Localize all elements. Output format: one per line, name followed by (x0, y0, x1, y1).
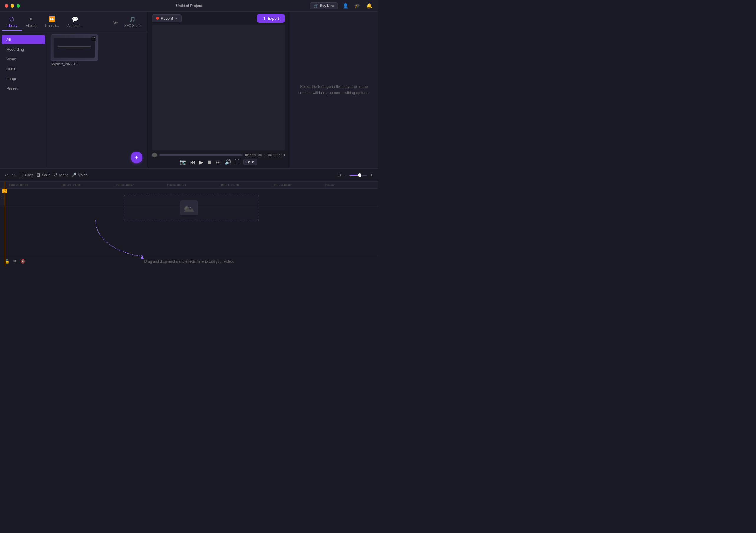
account-icon[interactable]: 👤 (341, 2, 350, 10)
record-dropdown-icon: ▼ (175, 17, 178, 20)
minimize-button[interactable] (11, 4, 14, 8)
player-canvas (152, 25, 285, 150)
progress-bar[interactable] (159, 154, 243, 156)
zoom-in-button[interactable]: ＋ (369, 173, 373, 178)
tab-transitions[interactable]: ⏩ Transiti... (40, 14, 63, 31)
lock-icon: 🔒 (5, 259, 10, 264)
zoom-in-icon: ＋ (369, 173, 373, 178)
tab-library[interactable]: ⬡ Library (2, 14, 21, 31)
fit-timeline-icon: ⊡ (338, 173, 341, 177)
speaker-icon: 🔇 (20, 259, 25, 264)
ruler-mark-3: 00:01:00:00 (168, 184, 220, 187)
add-media-button[interactable]: + (131, 151, 143, 163)
ruler-marks: 00:00:00:00 00:00:20:00 00:00:40:00 00:0… (5, 184, 378, 187)
voice-button[interactable]: 🎤 Voice (71, 173, 88, 178)
zoom-out-button[interactable]: － (343, 173, 347, 178)
ruler-mark-0: 00:00:00:00 (10, 184, 62, 187)
svg-point-1 (190, 207, 191, 208)
record-label: Record (161, 16, 173, 21)
drop-zone[interactable] (123, 195, 259, 221)
lock-button[interactable]: 🔒 (5, 259, 10, 264)
expand-icon: ⛶ (92, 36, 96, 41)
window-title: Untitled Project (176, 4, 202, 8)
split-label: Split (42, 173, 49, 177)
ruler-mark-5: 00:01:40:00 (273, 184, 326, 187)
visibility-button[interactable]: 👁 (13, 259, 17, 264)
mark-button[interactable]: ⛉ Mark (53, 173, 68, 177)
volume-button[interactable]: 🔊 (224, 159, 231, 165)
effects-tab-label: Effects (26, 24, 36, 28)
stop-button[interactable]: ⏹ (207, 159, 212, 165)
sidebar-item-audio[interactable]: Audio (2, 64, 45, 73)
close-button[interactable] (5, 4, 8, 8)
library-tab-label: Library (7, 24, 17, 28)
maximize-button[interactable] (16, 4, 20, 8)
export-button[interactable]: ⬆ Export (257, 14, 285, 23)
library-tabs: ⬡ Library ✦ Effects ⏩ Transiti... 💬 Anno… (0, 12, 147, 31)
step-back-button[interactable]: ⏮ (190, 159, 195, 165)
zoom-out-icon: － (343, 173, 347, 178)
sidebar-item-image[interactable]: Image (2, 74, 45, 83)
more-tabs-button[interactable]: ≫ (111, 18, 120, 27)
track-row: 01 (0, 189, 378, 206)
split-button[interactable]: ⚄ Split (37, 173, 49, 178)
audio-button[interactable]: 🔇 (20, 259, 25, 264)
effects-icon: ✦ (29, 16, 33, 22)
track-area: ⬡ 01 (0, 189, 378, 267)
fit-timeline-button[interactable]: ⊡ (338, 173, 341, 177)
progress-thumb[interactable] (152, 153, 157, 157)
play-button[interactable]: ▶ (199, 159, 203, 166)
properties-panel: Select the footage in the player or in t… (289, 12, 378, 168)
sidebar-item-video[interactable]: Video (2, 55, 45, 64)
sidebar-item-recording[interactable]: Recording (2, 45, 45, 54)
player-progress: 00:00:00 | 00:00:00 (148, 150, 289, 159)
titlebar-actions: 🛒 Buy Now 👤 🎓 🔔 (310, 2, 373, 10)
cart-icon: 🛒 (314, 4, 318, 8)
timeline-toolbar: ↩ ↪ ⬚ Crop ⚄ Split ⛉ Mark 🎤 Voice (0, 169, 378, 182)
split-icon: ⚄ (37, 173, 41, 178)
redo-icon: ↪ (12, 173, 16, 178)
undo-button[interactable]: ↩ (5, 173, 9, 178)
tab-sfx-store[interactable]: 🎵 SFX Store (120, 14, 145, 31)
zoom-slider-thumb (358, 173, 362, 177)
export-icon: ⬆ (263, 16, 266, 21)
transitions-tab-label: Transiti... (44, 24, 59, 28)
titlebar: Untitled Project 🛒 Buy Now 👤 🎓 🔔 (0, 0, 378, 12)
left-panel: ⬡ Library ✦ Effects ⏩ Transiti... 💬 Anno… (0, 12, 148, 168)
sidebar-item-all[interactable]: All (2, 35, 45, 44)
window-controls (5, 4, 20, 8)
current-time: 00:00:00 (245, 153, 262, 157)
record-button[interactable]: Record ▼ (152, 14, 182, 22)
fullscreen-button[interactable]: ⛶ (234, 159, 240, 165)
time-separator: | (264, 153, 265, 157)
top-section: ⬡ Library ✦ Effects ⏩ Transiti... 💬 Anno… (0, 12, 378, 168)
step-forward-button[interactable]: ⏭ (216, 159, 221, 165)
tab-effects[interactable]: ✦ Effects (21, 14, 40, 31)
undo-icon: ↩ (5, 173, 9, 178)
total-time: 00:00:00 (268, 153, 285, 157)
timeline-body: 00:00:00:00 00:00:20:00 00:00:40:00 00:0… (0, 182, 378, 267)
screenshot-button[interactable]: 📷 (180, 159, 186, 165)
graduation-icon[interactable]: 🎓 (353, 2, 362, 10)
timeline-playhead-handle[interactable]: ⬡ (2, 189, 7, 193)
notification-icon[interactable]: 🔔 (365, 2, 373, 10)
buy-now-label: Buy Now (320, 4, 334, 8)
zoom-slider[interactable] (349, 174, 367, 176)
sidebar-item-preset[interactable]: Preset (2, 84, 45, 93)
transitions-icon: ⏩ (49, 16, 55, 22)
buy-now-button[interactable]: 🛒 Buy Now (310, 2, 338, 10)
tab-annotations[interactable]: 💬 Annotat... (63, 14, 86, 31)
media-grid: ⛶ Snipaste_2022-11... + (47, 31, 147, 168)
ruler-mark-2: 00:00:40:00 (115, 184, 168, 187)
eye-icon: 👁 (13, 259, 17, 264)
sfx-icon: 🎵 (129, 16, 136, 22)
annotations-icon: 💬 (72, 16, 78, 22)
media-label: Snipaste_2022-11... (51, 62, 98, 66)
annotations-tab-label: Annotat... (67, 24, 82, 28)
thumb-screen (54, 38, 95, 58)
crop-button[interactable]: ⬚ Crop (19, 173, 33, 178)
fit-select[interactable]: Fit ▼ (243, 159, 257, 165)
timeline-section: ↩ ↪ ⬚ Crop ⚄ Split ⛉ Mark 🎤 Voice (0, 168, 378, 267)
redo-button[interactable]: ↪ (12, 173, 16, 178)
media-item[interactable]: ⛶ Snipaste_2022-11... (51, 35, 98, 66)
